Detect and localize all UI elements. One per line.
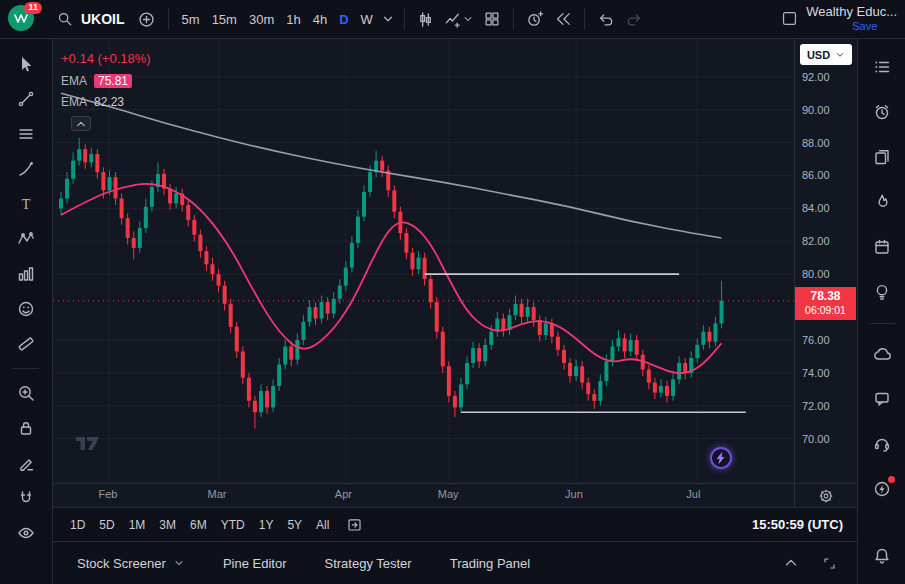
maximize-icon xyxy=(822,556,837,571)
create-alert-button[interactable] xyxy=(521,5,549,33)
tab-trading-panel[interactable]: Trading Panel xyxy=(440,550,540,577)
timeframe-button[interactable]: 15m xyxy=(206,7,243,32)
hotlists-button[interactable] xyxy=(865,186,899,218)
pattern-tool-button[interactable] xyxy=(9,224,43,254)
cursor-icon xyxy=(16,54,36,74)
text-tool-button[interactable]: T xyxy=(9,189,43,219)
lock-drawings-button[interactable] xyxy=(9,413,43,443)
price-axis-settings-button[interactable] xyxy=(814,486,838,506)
save-link[interactable]: Save xyxy=(852,20,897,33)
ema_slow-line xyxy=(61,93,722,238)
timeframe-button[interactable]: 5m xyxy=(176,7,206,32)
eye-icon xyxy=(16,523,36,543)
indicators-button[interactable] xyxy=(440,5,478,33)
price-axis-label: 92.00 xyxy=(802,71,830,83)
streams-button[interactable] xyxy=(865,473,899,505)
zoom-in-tool-button[interactable] xyxy=(9,378,43,408)
price-axis-label: 80.00 xyxy=(802,268,830,280)
tradingview-app: 11 UKOIL 5m15m30m1h4hDW xyxy=(0,0,905,584)
brush-tool-button[interactable] xyxy=(9,154,43,184)
redo-button[interactable] xyxy=(620,5,648,33)
range-button[interactable]: 6M xyxy=(183,514,214,536)
legend-collapse-button[interactable] xyxy=(71,116,91,131)
indicators-icon xyxy=(443,10,462,29)
tab-label: Strategy Tester xyxy=(324,556,411,571)
calendar-button[interactable] xyxy=(865,231,899,263)
open-panel-button[interactable] xyxy=(777,549,805,577)
timeframe-button[interactable]: 4h xyxy=(307,7,333,32)
xabcd-pattern-icon xyxy=(16,229,36,249)
timeframe-button[interactable]: D xyxy=(333,7,354,32)
range-button[interactable]: 3M xyxy=(152,514,183,536)
top-toolbar: 11 UKOIL 5m15m30m1h4hDW xyxy=(0,0,905,39)
chevron-down-icon xyxy=(173,557,185,569)
fib-retracement-tool-button[interactable] xyxy=(9,119,43,149)
magnet-mode-button[interactable] xyxy=(9,483,43,513)
eraser-icon xyxy=(16,453,36,473)
indicator-label: EMA xyxy=(61,95,87,109)
alerts-button[interactable] xyxy=(865,96,899,128)
candlestick-chart[interactable] xyxy=(53,39,794,483)
maximize-panel-button[interactable] xyxy=(815,549,843,577)
chart-area: +0.14 (+0.18%) EMA 75.81 EMA 82.23 xyxy=(53,39,857,584)
compare-add-symbol-button[interactable] xyxy=(133,5,161,33)
range-button[interactable]: YTD xyxy=(214,514,252,536)
range-button[interactable]: 1Y xyxy=(252,514,281,536)
hide-drawings-button[interactable] xyxy=(9,518,43,548)
range-button[interactable]: 1D xyxy=(63,514,92,536)
undo-button[interactable] xyxy=(592,5,620,33)
bar-replay-button[interactable] xyxy=(549,5,577,33)
tab-stock-screener[interactable]: Stock Screener xyxy=(67,550,195,577)
chat-cloud-button[interactable] xyxy=(865,338,899,370)
time-axis-label: Feb xyxy=(98,488,117,500)
messages-button[interactable] xyxy=(865,383,899,415)
range-button[interactable]: All xyxy=(309,514,336,536)
toolbar-divider xyxy=(513,8,514,30)
indicator-legend-row[interactable]: EMA 82.23 xyxy=(61,95,151,109)
forecast-tool-button[interactable] xyxy=(9,259,43,289)
indicator-legend-row[interactable]: EMA 75.81 xyxy=(61,74,151,88)
flash-button[interactable] xyxy=(710,447,732,469)
timeframe-button[interactable]: 30m xyxy=(243,7,280,32)
range-button[interactable]: 1M xyxy=(122,514,153,536)
watchlist-button[interactable] xyxy=(865,51,899,83)
timeframe-menu-button[interactable] xyxy=(379,5,397,33)
bottom-panel-tabs: Stock Screener Pine Editor Strategy Test… xyxy=(53,541,857,584)
trend-line-tool-button[interactable] xyxy=(9,84,43,114)
chart-pane[interactable]: +0.14 (+0.18%) EMA 75.81 EMA 82.23 xyxy=(53,39,794,483)
chart-legend: +0.14 (+0.18%) EMA 75.81 EMA 82.23 xyxy=(61,51,151,131)
layout-manager[interactable]: Wealthy Educ... Save xyxy=(781,5,897,33)
chart-style-button[interactable] xyxy=(412,5,440,33)
candles-icon xyxy=(416,10,435,29)
price-axis-label: 86.00 xyxy=(802,169,830,181)
tab-pine-editor[interactable]: Pine Editor xyxy=(213,550,297,577)
drawing-toolbar: T xyxy=(0,39,53,584)
cloud-chat-icon xyxy=(872,344,892,364)
notifications-button[interactable] xyxy=(865,540,899,572)
ideas-button[interactable] xyxy=(865,276,899,308)
svg-text:T: T xyxy=(22,197,31,212)
goto-date-button[interactable] xyxy=(340,511,368,539)
range-button[interactable]: 5D xyxy=(92,514,121,536)
timeframe-button[interactable]: W xyxy=(355,7,379,32)
support-button[interactable] xyxy=(865,428,899,460)
emoji-tool-button[interactable] xyxy=(9,294,43,324)
layout-grid-button[interactable] xyxy=(478,5,506,33)
chevron-down-icon xyxy=(381,12,395,26)
range-button[interactable]: 5Y xyxy=(280,514,309,536)
currency-dropdown[interactable]: USD xyxy=(800,44,852,65)
bell-icon xyxy=(872,546,892,566)
price-axis[interactable]: USD 92.0090.0088.0086.0084.0082.0080.007… xyxy=(794,39,857,483)
symbol-search-button[interactable]: UKOIL xyxy=(48,6,133,32)
remove-drawings-button[interactable] xyxy=(9,448,43,478)
alert-clock-icon xyxy=(525,10,544,29)
user-menu-button[interactable]: 11 xyxy=(8,5,38,33)
time-axis[interactable]: FebMarAprMayJunJul xyxy=(53,484,794,507)
measure-tool-button[interactable] xyxy=(9,329,43,359)
cursor-tool-button[interactable] xyxy=(9,49,43,79)
news-flow-button[interactable] xyxy=(865,141,899,173)
timeframe-button[interactable]: 1h xyxy=(280,7,306,32)
tab-strategy-tester[interactable]: Strategy Tester xyxy=(314,550,421,577)
price-axis-label: 76.00 xyxy=(802,334,830,346)
price-axis-label: 88.00 xyxy=(802,137,830,149)
